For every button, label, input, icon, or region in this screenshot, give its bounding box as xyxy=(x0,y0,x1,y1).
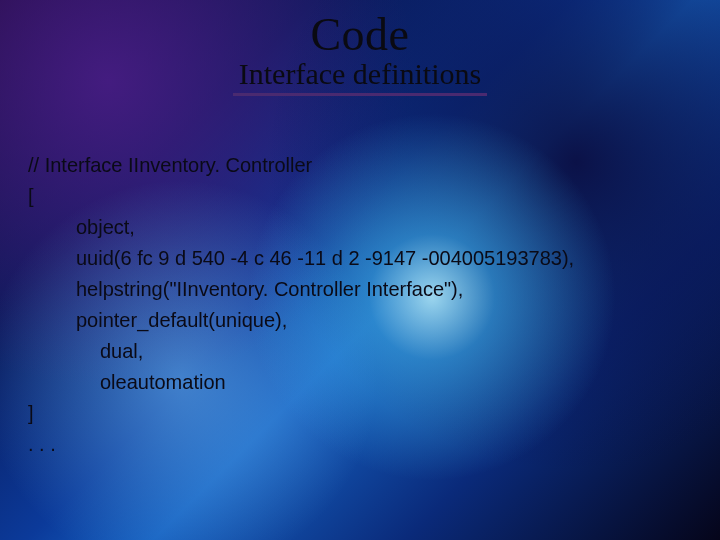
code-continuation: . . . xyxy=(28,429,700,460)
slide-subtitle: Interface definitions xyxy=(239,57,481,90)
slide: Code Interface definitions // Interface … xyxy=(0,0,720,540)
code-line: object, xyxy=(76,212,700,243)
code-line: oleautomation xyxy=(100,367,700,398)
code-line: helpstring("IInventory. Controller Inter… xyxy=(76,274,700,305)
title-block: Code Interface definitions xyxy=(0,0,720,96)
slide-title: Code xyxy=(0,8,720,61)
code-comment: // Interface IInventory. Controller xyxy=(28,150,700,181)
subtitle-underline: Interface definitions xyxy=(233,57,487,96)
code-line: dual, xyxy=(100,336,700,367)
code-block: // Interface IInventory. Controller [ ob… xyxy=(28,150,700,460)
code-line: uuid(6 fc 9 d 540 -4 c 46 -11 d 2 -9147 … xyxy=(76,243,700,274)
code-close-bracket: ] xyxy=(28,398,700,429)
code-open-bracket: [ xyxy=(28,181,700,212)
code-line: pointer_default(unique), xyxy=(76,305,700,336)
